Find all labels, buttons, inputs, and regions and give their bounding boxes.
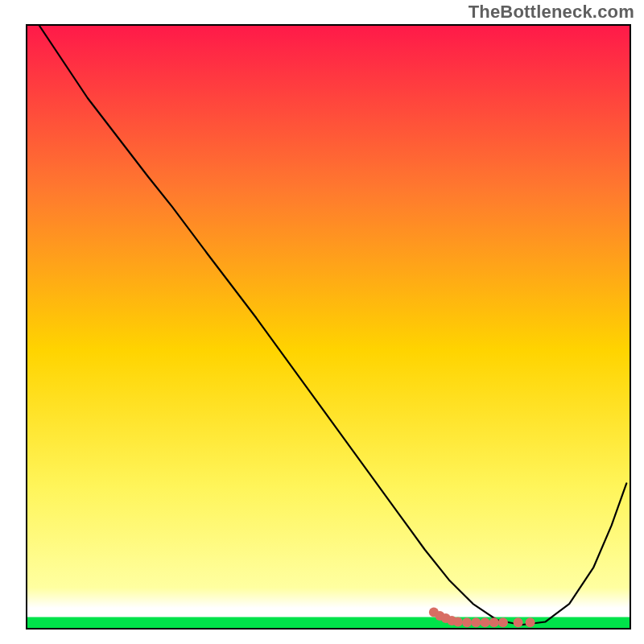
svg-point-6 <box>453 617 463 627</box>
svg-point-11 <box>498 617 508 627</box>
svg-point-8 <box>471 617 481 627</box>
chart-svg <box>27 26 630 628</box>
plot-area <box>26 24 631 630</box>
chart-frame: TheBottleneck.com <box>0 0 644 644</box>
svg-point-7 <box>462 617 472 627</box>
svg-rect-0 <box>27 26 630 617</box>
svg-point-13 <box>526 617 535 627</box>
svg-point-12 <box>514 617 523 627</box>
watermark-text: TheBottleneck.com <box>469 2 634 23</box>
svg-point-10 <box>489 617 499 627</box>
svg-point-9 <box>480 617 489 627</box>
